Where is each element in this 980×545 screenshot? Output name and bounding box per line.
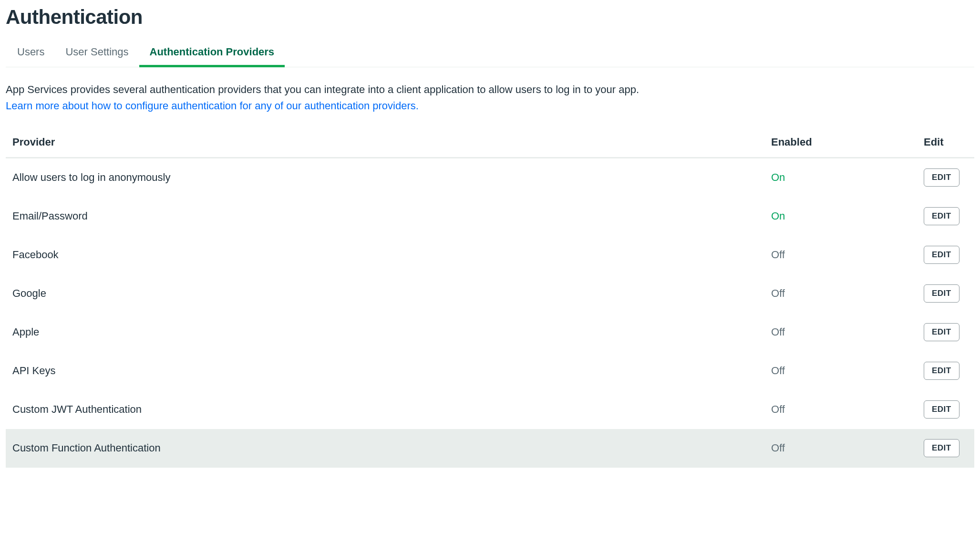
status-text: On [771, 171, 785, 183]
provider-name: Allow users to log in anonymously [6, 158, 764, 197]
tab-user-settings[interactable]: User Settings [65, 46, 128, 67]
status-text: Off [771, 403, 785, 415]
table-header-row: Provider Enabled Edit [6, 128, 974, 158]
status-text: Off [771, 365, 785, 377]
edit-cell: EDIT [917, 313, 974, 352]
provider-enabled-status: Off [764, 236, 917, 274]
provider-enabled-status: Off [764, 390, 917, 429]
provider-name: Custom JWT Authentication [6, 390, 764, 429]
provider-enabled-status: Off [764, 352, 917, 390]
edit-cell: EDIT [917, 274, 974, 313]
description-text: App Services provides several authentica… [6, 84, 639, 95]
status-text: On [771, 210, 785, 222]
provider-name: Apple [6, 313, 764, 352]
column-header-provider: Provider [6, 128, 764, 158]
provider-enabled-status: On [764, 197, 917, 236]
provider-name: Google [6, 274, 764, 313]
edit-cell: EDIT [917, 158, 974, 197]
provider-enabled-status: On [764, 158, 917, 197]
edit-button[interactable]: EDIT [924, 362, 959, 380]
edit-cell: EDIT [917, 429, 974, 468]
edit-button[interactable]: EDIT [924, 246, 959, 264]
edit-button[interactable]: EDIT [924, 323, 959, 341]
provider-name: Email/Password [6, 197, 764, 236]
edit-button[interactable]: EDIT [924, 439, 959, 457]
edit-button[interactable]: EDIT [924, 284, 959, 303]
edit-button[interactable]: EDIT [924, 168, 959, 187]
edit-button[interactable]: EDIT [924, 400, 959, 419]
edit-cell: EDIT [917, 390, 974, 429]
learn-more-link[interactable]: Learn more about how to configure authen… [6, 100, 419, 112]
provider-name: Custom Function Authentication [6, 429, 764, 468]
table-row: Custom JWT AuthenticationOffEDIT [6, 390, 974, 429]
description-block: App Services provides several authentica… [6, 82, 974, 114]
provider-name: Facebook [6, 236, 764, 274]
table-row: Allow users to log in anonymouslyOnEDIT [6, 158, 974, 197]
provider-enabled-status: Off [764, 429, 917, 468]
table-row: Email/PasswordOnEDIT [6, 197, 974, 236]
providers-table: Provider Enabled Edit Allow users to log… [6, 128, 974, 468]
status-text: Off [771, 287, 785, 299]
tabs-container: Users User Settings Authentication Provi… [6, 46, 974, 67]
edit-cell: EDIT [917, 236, 974, 274]
status-text: Off [771, 326, 785, 338]
page-title: Authentication [6, 6, 974, 29]
edit-cell: EDIT [917, 197, 974, 236]
status-text: Off [771, 249, 785, 261]
column-header-enabled: Enabled [764, 128, 917, 158]
edit-button[interactable]: EDIT [924, 207, 959, 225]
table-row: FacebookOffEDIT [6, 236, 974, 274]
table-row: API KeysOffEDIT [6, 352, 974, 390]
provider-enabled-status: Off [764, 313, 917, 352]
tab-users[interactable]: Users [17, 46, 44, 67]
table-row: GoogleOffEDIT [6, 274, 974, 313]
table-row: Custom Function AuthenticationOffEDIT [6, 429, 974, 468]
table-row: AppleOffEDIT [6, 313, 974, 352]
column-header-edit: Edit [917, 128, 974, 158]
tab-authentication-providers[interactable]: Authentication Providers [150, 46, 275, 67]
provider-name: API Keys [6, 352, 764, 390]
provider-enabled-status: Off [764, 274, 917, 313]
status-text: Off [771, 442, 785, 454]
edit-cell: EDIT [917, 352, 974, 390]
